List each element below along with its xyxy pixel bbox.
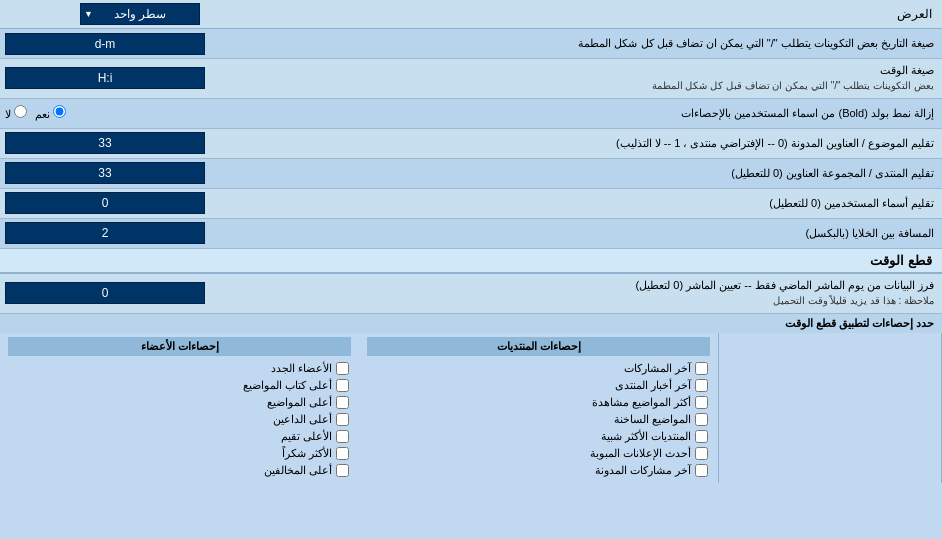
checkbox-forum-news-label: آخر أخبار المنتدى (615, 379, 691, 392)
subject-trim-label: تقليم الموضوع / العناوين المدونة (0 -- ا… (280, 132, 942, 155)
cutoff-input[interactable] (5, 282, 205, 304)
forum-trim-row: تقليم المنتدى / المجموعة العناوين (0 للت… (0, 159, 942, 189)
checkbox-hot-topics-label: المواضيع الساخنة (614, 413, 691, 426)
date-format-input-cell (0, 30, 280, 58)
checkbox-item-top-topics: أعلى المواضيع (8, 394, 351, 411)
subject-trim-row: تقليم الموضوع / العناوين المدونة (0 -- ا… (0, 129, 942, 159)
checkbox-col-empty (719, 333, 942, 483)
time-format-row: صيغة الوقتبعض التكوينات يتطلب "/" التي ي… (0, 59, 942, 99)
cutoff-input-cell (0, 279, 280, 307)
checkbox-item-latest-ads: أحدث الإعلانات المبوبة (367, 445, 710, 462)
checkbox-item-most-viewed: أكثر المواضيع مشاهدة (367, 394, 710, 411)
username-trim-row: تقليم أسماء المستخدمين (0 للتعطيل) (0, 189, 942, 219)
checkbox-item-top-violations: أعلى المخالفين (8, 462, 351, 479)
subject-trim-input-cell (0, 129, 280, 157)
checkbox-latest-ads-label: أحدث الإعلانات المبوبة (590, 447, 691, 460)
checkbox-top-rated-label: الأعلى تقيم (281, 430, 332, 443)
display-label: العرض (280, 3, 942, 25)
checkbox-item-forum-news: آخر أخبار المنتدى (367, 377, 710, 394)
checkbox-top-topics[interactable] (336, 396, 349, 409)
time-format-input[interactable] (5, 67, 205, 89)
checkbox-most-viewed-label: أكثر المواضيع مشاهدة (592, 396, 691, 409)
forum-trim-label: تقليم المنتدى / المجموعة العناوين (0 للت… (280, 162, 942, 185)
bold-removal-label: إزالة نمط بولد (Bold) من اسماء المستخدمي… (280, 102, 942, 125)
checkbox-most-similar[interactable] (695, 430, 708, 443)
main-container: العرض سطر واحد سطرين ثلاثة أسطر صيغة الت… (0, 0, 942, 483)
cell-spacing-label: المسافة بين الخلايا (بالبكسل) (280, 222, 942, 245)
bold-yes-radio[interactable] (53, 105, 66, 118)
date-format-row: صيغة التاريخ بعض التكوينات يتطلب "/" الت… (0, 29, 942, 59)
checkbox-top-promoters[interactable] (336, 413, 349, 426)
checkbox-top-rated[interactable] (336, 430, 349, 443)
checkbox-item-most-similar: المنتديات الأكثر شبية (367, 428, 710, 445)
checkbox-grid: إحصاءات المنتديات آخر المشاركات آخر أخبا… (0, 333, 942, 483)
checkbox-col-forum-stats: إحصاءات المنتديات آخر المشاركات آخر أخبا… (359, 333, 719, 483)
checkbox-blog-posts[interactable] (695, 464, 708, 477)
checkbox-item-top-authors: أعلى كتاب المواضيع (8, 377, 351, 394)
member-stats-header: إحصاءات الأعضاء (8, 337, 351, 356)
checkbox-item-hot-topics: المواضيع الساخنة (367, 411, 710, 428)
checkbox-hot-topics[interactable] (695, 413, 708, 426)
date-format-input[interactable] (5, 33, 205, 55)
checkbox-item-blog-posts: آخر مشاركات المدونة (367, 462, 710, 479)
cell-spacing-input-cell (0, 219, 280, 247)
time-format-input-cell (0, 64, 280, 92)
bold-yes-label: نعم (35, 105, 66, 121)
checkbox-item-last-posts: آخر المشاركات (367, 360, 710, 377)
checkbox-most-thanks-label: الأكثر شكراً (282, 447, 332, 460)
checkbox-blog-posts-label: آخر مشاركات المدونة (595, 464, 691, 477)
checkbox-top-violations[interactable] (336, 464, 349, 477)
checkbox-item-new-members: الأعضاء الجدد (8, 360, 351, 377)
bold-removal-input-cell: نعم لا (0, 102, 280, 124)
display-select[interactable]: سطر واحد سطرين ثلاثة أسطر (80, 3, 200, 25)
forum-stats-header: إحصاءات المنتديات (367, 337, 710, 356)
checkbox-last-posts-label: آخر المشاركات (624, 362, 691, 375)
bold-no-label: لا (5, 105, 27, 121)
cutoff-row: فرز البيانات من يوم الماشر الماضي فقط --… (0, 274, 942, 314)
checkbox-new-members-label: الأعضاء الجدد (271, 362, 332, 375)
checkbox-last-posts[interactable] (695, 362, 708, 375)
checkbox-latest-ads[interactable] (695, 447, 708, 460)
checkbox-top-authors[interactable] (336, 379, 349, 392)
checkbox-new-members[interactable] (336, 362, 349, 375)
cutoff-section-header: قطع الوقت (0, 249, 942, 274)
subject-trim-input[interactable] (5, 132, 205, 154)
display-input-area: سطر واحد سطرين ثلاثة أسطر (0, 0, 280, 28)
forum-trim-input[interactable] (5, 162, 205, 184)
forum-trim-input-cell (0, 159, 280, 187)
checkbox-item-top-rated: الأعلى تقيم (8, 428, 351, 445)
checkbox-item-top-promoters: أعلى الداعين (8, 411, 351, 428)
checkbox-top-authors-label: أعلى كتاب المواضيع (243, 379, 332, 392)
bold-removal-row: إزالة نمط بولد (Bold) من اسماء المستخدمي… (0, 99, 942, 129)
checkbox-col-member-stats: إحصاءات الأعضاء الأعضاء الجدد أعلى كتاب … (0, 333, 359, 483)
checkbox-most-viewed[interactable] (695, 396, 708, 409)
cell-spacing-input[interactable] (5, 222, 205, 244)
checkbox-top-promoters-label: أعلى الداعين (273, 413, 332, 426)
username-trim-input-cell (0, 189, 280, 217)
checkbox-most-thanks[interactable] (336, 447, 349, 460)
cell-spacing-row: المسافة بين الخلايا (بالبكسل) (0, 219, 942, 249)
display-select-wrapper: سطر واحد سطرين ثلاثة أسطر (80, 3, 200, 25)
checkbox-top-violations-label: أعلى المخالفين (264, 464, 332, 477)
checkbox-top-topics-label: أعلى المواضيع (267, 396, 332, 409)
checkbox-most-similar-label: المنتديات الأكثر شبية (601, 430, 691, 443)
checkbox-forum-news[interactable] (695, 379, 708, 392)
cutoff-stats-label: حدد إحصاءات لتطبيق قطع الوقت (0, 314, 942, 333)
username-trim-input[interactable] (5, 192, 205, 214)
time-format-label: صيغة الوقتبعض التكوينات يتطلب "/" التي ي… (280, 59, 942, 98)
date-format-label: صيغة التاريخ بعض التكوينات يتطلب "/" الت… (280, 32, 942, 55)
username-trim-label: تقليم أسماء المستخدمين (0 للتعطيل) (280, 192, 942, 215)
cutoff-label: فرز البيانات من يوم الماشر الماضي فقط --… (280, 274, 942, 313)
bold-no-radio[interactable] (14, 105, 27, 118)
display-row: العرض سطر واحد سطرين ثلاثة أسطر (0, 0, 942, 29)
checkbox-item-most-thanks: الأكثر شكراً (8, 445, 351, 462)
